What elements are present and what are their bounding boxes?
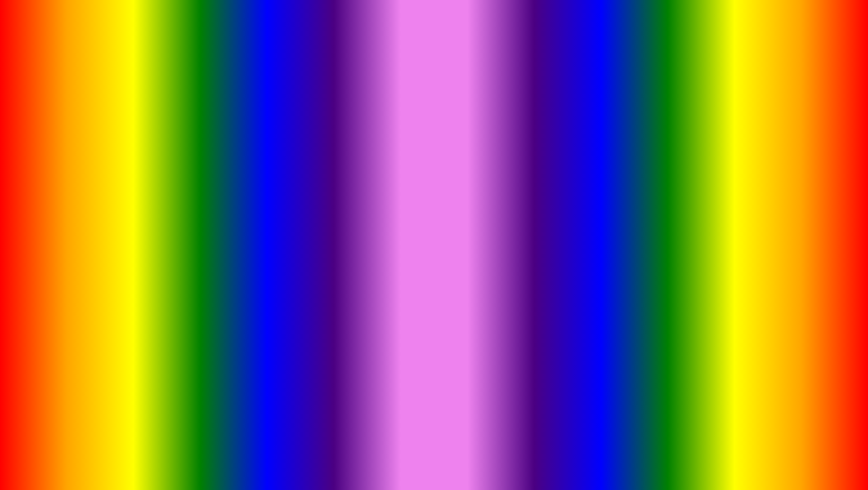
law-dungeon-line-1 (428, 211, 501, 211)
right-auto-awake-checkbox[interactable] (609, 175, 617, 182)
right-panel-logo: B (393, 130, 405, 143)
right-fps-value: 30 (613, 133, 619, 139)
right-panel-header: B ULULUK Blox Fruit Update 18 [Time] : 0… (388, 127, 624, 146)
left-panel-stats: Blox Fruit Update 18 [Time] : 08:12:27 [… (131, 133, 268, 139)
right-auto-start-law-dungeon-icon: B (431, 241, 446, 256)
right-time-value: 08:13:02 (562, 133, 583, 139)
bottom-auto: AUTO (99, 428, 223, 476)
law-dungeon-label: \\ Law Dungeon // (505, 208, 543, 214)
svg-text:B: B (85, 224, 90, 232)
right-auto-awake-label: Auto Awake (449, 175, 606, 182)
right-auto-awake-icon: B (431, 171, 446, 186)
title-letter-o: O (311, 14, 358, 80)
left-panel-content: B Start Auto Farm Other Select Monster :… (73, 165, 273, 274)
right-user-name: XxArSendxX (411, 152, 446, 159)
left-divider-line-1 (77, 195, 163, 195)
left-sidebar-settings[interactable]: Settings (37, 180, 73, 195)
left-divider-line-2 (183, 195, 269, 195)
left-panel-header: B ULULUK Blox Fruit Update 18 [Time] : 0… (37, 127, 273, 146)
left-panel-body: Main Settings Weapons Race V4 Stats Play… (37, 165, 273, 274)
left-farm-selected-monster-label: Farm Selected Monster (98, 225, 255, 231)
left-select-monster-label: Select Monster : (81, 205, 120, 211)
left-dropdown-arrow: ▼ (258, 205, 264, 211)
title-letter-t: T (560, 14, 598, 80)
right-panel-content: B Auto Awake Next Island \\ Law Dungeon … (424, 165, 624, 285)
right-auto-kill-law-icon: B (431, 264, 446, 278)
svg-text:B: B (436, 223, 441, 230)
left-user-row: XxArSendxX Hr(s) : 0 Min(s) : 3 Sec(s) :… (37, 146, 273, 165)
bottom-farm: FARM (224, 428, 361, 476)
svg-text:B: B (85, 257, 90, 264)
left-user-name: XxArSendxX (60, 152, 95, 159)
left-farm-selected-monster-icon: B (81, 221, 95, 235)
left-select-monster-dropdown[interactable]: ▼ (123, 204, 266, 213)
right-sidebar-racev4[interactable]: Race V4 (388, 211, 424, 226)
right-user-row: XxArSendxX Hr(s) : 0 Min(s) : 4 Sec(s) :… (388, 146, 624, 165)
right-panel-username: ULULUK (410, 133, 434, 140)
right-auto-kill-law-checkbox[interactable] (609, 267, 617, 275)
right-user-stats: Hr(s) : 0 Min(s) : 4 Sec(s) : 34 [Ping] … (481, 152, 619, 158)
left-sidebar-racev4[interactable]: Race V4 (37, 211, 73, 226)
right-auto-kill-law-label: Auto Kill Law (449, 268, 606, 274)
left-auto-bf-mastery-label: Auto BF Mastery (98, 257, 255, 263)
left-sidebar-player[interactable]: Player (37, 241, 73, 256)
left-select-monster-row: Select Monster : ▼ (77, 201, 269, 215)
right-sidebar-weapons[interactable]: Weapons (388, 196, 424, 210)
left-other-divider: Other (77, 191, 269, 198)
right-auto-awake-row: B Auto Awake (428, 169, 620, 188)
title-letter-s: S (598, 14, 639, 80)
right-sidebar-stats[interactable]: Stats (388, 226, 424, 241)
left-start-auto-farm-label: Start Auto Farm (98, 175, 255, 182)
left-time-label: [Time] : (187, 133, 205, 139)
svg-text:B: B (397, 134, 401, 139)
right-auto-buy-law-chip-row: B Auto Buy Law Chip (428, 216, 620, 236)
left-start-auto-farm-icon: B (81, 171, 95, 186)
law-dungeon-header: \\ Law Dungeon // (428, 208, 620, 214)
left-game-version: Blox Fruit Update 18 (131, 133, 180, 139)
left-script-panel: B ULULUK Blox Fruit Update 18 [Time] : 0… (36, 126, 274, 275)
title-letter-u: U (498, 14, 542, 80)
left-mastery-line-2 (186, 244, 269, 245)
svg-text:B: B (436, 175, 441, 182)
left-sidebar-stats[interactable]: Stats (37, 226, 73, 241)
right-auto-buy-law-chip-icon: B (431, 219, 446, 233)
title-letter-r: R (454, 14, 498, 80)
right-auto-start-law-dungeon-label: Auto Start Law Dungeon (449, 245, 606, 252)
law-dungeon-line-2 (547, 211, 620, 211)
right-sidebar-player[interactable]: Player (388, 241, 424, 256)
left-auto-bf-mastery-icon: B (81, 253, 95, 267)
bottom-tagline: AUTO FARM SCRIPT PASTEBIN (0, 428, 868, 477)
right-sidebar-settings[interactable]: Settings (388, 180, 424, 195)
next-island-button[interactable]: Next Island (428, 191, 620, 205)
left-sidebar-teleport[interactable]: Teleport (37, 257, 73, 272)
right-sidebar-teleport[interactable]: Teleport (388, 257, 424, 272)
right-script-panel: B ULULUK Blox Fruit Update 18 [Time] : 0… (387, 126, 625, 286)
bottom-script: SCRIPT (361, 428, 536, 476)
left-other-label: Other (167, 192, 179, 197)
left-time-value: 08:12:27 (211, 133, 233, 139)
left-auto-bf-mastery-row: B Auto BF Mastery (77, 250, 269, 270)
left-user-avatar (42, 148, 55, 162)
left-panel-logo: B (42, 130, 54, 143)
left-user-stats: Hr(s) : 0 Min(s) : 3 Sec(s) : 58 [Ping] … (133, 152, 268, 158)
right-sidebar-main[interactable]: Main (388, 165, 424, 180)
right-auto-buy-law-chip-checkbox[interactable] (609, 223, 617, 230)
left-start-auto-farm-row: B Start Auto Farm (77, 169, 269, 188)
left-start-auto-farm-checkbox[interactable] (259, 175, 266, 182)
right-panel-stats: Blox Fruit Update 18 [Time] : 08:13:02 [… (482, 133, 619, 139)
left-mastery-label: Mastery (164, 241, 182, 247)
left-farm-selected-monster-checkbox[interactable] (259, 224, 266, 232)
title-letter-i: I (542, 14, 560, 80)
right-auto-buy-law-chip-label: Auto Buy Law Chip (449, 223, 606, 229)
right-auto-start-law-dungeon-checkbox[interactable] (609, 245, 617, 252)
bg-blob-purple (756, 310, 868, 445)
right-user-avatar (393, 148, 406, 162)
title-letter-f: F (417, 14, 454, 80)
left-sidebar-main[interactable]: Main (37, 165, 73, 180)
left-auto-bf-mastery-checkbox[interactable] (259, 257, 266, 264)
left-sidebar-weapons[interactable]: Weapons (37, 196, 73, 210)
svg-text:B: B (85, 175, 90, 182)
right-sidebar: Main Settings Weapons Race V4 Stats Play… (388, 165, 424, 285)
left-fps-label: [FPS] : (239, 133, 256, 139)
right-fps-label: [FPS] : (590, 133, 607, 139)
